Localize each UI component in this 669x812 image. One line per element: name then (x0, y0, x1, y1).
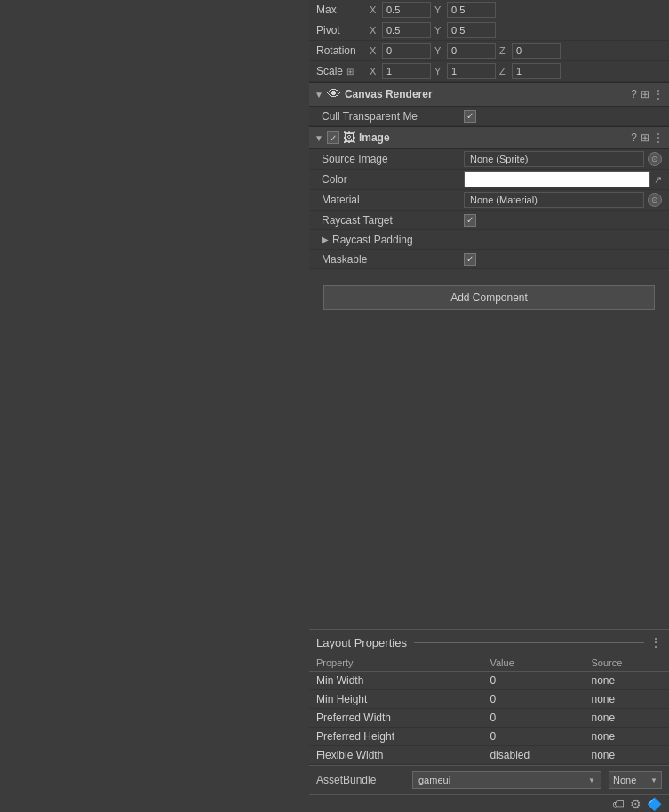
pivot-y-input[interactable] (447, 22, 496, 38)
pivot-x-input[interactable] (382, 22, 431, 38)
image-arrow[interactable]: ▼ (315, 133, 323, 143)
layout-src-4: none (584, 746, 669, 765)
canvas-dots-icon[interactable]: ⋮ (653, 88, 664, 100)
layout-prop-1: Min Height (309, 690, 482, 709)
raycast-padding-expand[interactable]: ▶ (322, 235, 329, 244)
asset-bundle-dropdown-arrow: ▼ (588, 776, 595, 784)
layout-val-4: disabled (482, 746, 584, 765)
scale-z-axis: Z (499, 66, 510, 76)
image-sliders-icon[interactable]: ⊞ (641, 131, 649, 144)
cull-transparent-checkbox[interactable] (464, 110, 476, 123)
cull-transparent-value (464, 110, 662, 123)
layout-menu-icon[interactable]: ⋮ (649, 635, 662, 649)
raycast-target-checkbox[interactable] (464, 214, 476, 227)
layout-src-0: none (584, 672, 669, 690)
canvas-question-icon[interactable]: ? (631, 88, 637, 100)
asset-bundle-value2: None (613, 775, 636, 785)
layout-table-row: Preferred Height 0 none (309, 728, 669, 746)
max-x-input[interactable] (382, 2, 431, 18)
pivot-x-group: X (370, 22, 431, 38)
scale-label: Scale (316, 65, 343, 77)
asset-bundle-label: AssetBundle (316, 774, 405, 786)
rotation-z-axis: Z (499, 45, 510, 56)
rotation-y-group: Y (434, 43, 496, 59)
material-box[interactable]: None (Material) (464, 192, 644, 208)
scale-z-input[interactable] (512, 63, 561, 79)
asset-bundle-dropdown2[interactable]: None ▼ (609, 771, 662, 789)
image-icons: ? ⊞ ⋮ (631, 131, 664, 144)
layout-divider (414, 642, 644, 643)
bottom-gear-icon[interactable]: ⚙ (630, 797, 641, 811)
layout-src-1: none (584, 690, 669, 709)
canvas-renderer-section: ▼ 👁 Canvas Renderer ? ⊞ ⋮ Cull Transpare… (309, 82, 669, 126)
color-row: Color ↗ (309, 170, 669, 190)
pivot-label: Pivot (316, 24, 370, 36)
max-y-group: Y (434, 2, 496, 18)
left-panel (0, 0, 309, 812)
color-picker-arrow[interactable]: ↗ (654, 174, 662, 186)
canvas-renderer-arrow[interactable]: ▼ (315, 90, 323, 100)
scale-x-axis: X (370, 66, 380, 76)
rotation-row: Rotation X Y Z (309, 41, 669, 61)
layout-val-3: 0 (482, 728, 584, 746)
max-y-input[interactable] (447, 2, 496, 18)
image-checkbox[interactable] (327, 131, 339, 145)
image-section: ▼ 🖼 Image ? ⊞ ⋮ Source Image None (Sprit… (309, 126, 669, 269)
bottom-bar: 🏷 ⚙ 🔷 (309, 794, 669, 812)
maskable-checkbox[interactable] (464, 253, 476, 266)
col-value: Value (482, 655, 584, 672)
source-image-box[interactable]: None (Sprite) (464, 151, 644, 167)
layout-table-row: Min Width 0 none (309, 672, 669, 690)
scale-x-input[interactable] (382, 63, 431, 79)
source-image-picker[interactable]: ⊙ (648, 152, 662, 166)
bottom-unity-icon[interactable]: 🔷 (647, 797, 662, 811)
asset-bundle-row: AssetBundle gameui ▼ None ▼ (309, 765, 669, 794)
cull-transparent-label: Cull Transparent Me (322, 110, 464, 123)
col-source: Source (584, 655, 669, 672)
canvas-renderer-title: Canvas Renderer (345, 88, 631, 100)
raycast-target-value (464, 214, 662, 227)
layout-properties-header: Layout Properties ⋮ (309, 630, 669, 655)
color-picker-box[interactable] (464, 171, 650, 187)
scale-z-group: Z (499, 63, 561, 79)
color-label: Color (322, 173, 464, 186)
rotation-x-group: X (370, 43, 431, 59)
layout-val-2: 0 (482, 709, 584, 728)
canvas-sliders-icon[interactable]: ⊞ (641, 88, 649, 100)
scale-link-icon: ⊞ (346, 67, 354, 76)
raycast-padding-row: ▶ Raycast Padding (309, 230, 669, 250)
rotation-y-input[interactable] (447, 43, 496, 59)
scale-y-input[interactable] (447, 63, 496, 79)
transform-section: Max X Y Pivot X Y (309, 0, 669, 82)
image-dots-icon[interactable]: ⋮ (653, 131, 664, 144)
maskable-label: Maskable (322, 253, 464, 266)
rotation-label: Rotation (316, 44, 370, 57)
spacer (309, 326, 669, 629)
rotation-z-input[interactable] (512, 43, 561, 59)
layout-prop-3: Preferred Height (309, 728, 482, 746)
pivot-y-axis: Y (434, 25, 445, 36)
asset-bundle-dropdown2-arrow: ▼ (650, 776, 657, 784)
rotation-x-input[interactable] (382, 43, 431, 59)
raycast-target-row: Raycast Target (309, 211, 669, 230)
bottom-tag-icon[interactable]: 🏷 (612, 797, 625, 811)
rotation-x-axis: X (370, 45, 380, 56)
add-component-button[interactable]: Add Component (323, 285, 655, 310)
cull-transparent-row: Cull Transparent Me (309, 107, 669, 126)
rotation-fields: X Y Z (370, 43, 662, 59)
source-image-value: None (Sprite) ⊙ (464, 151, 662, 167)
layout-table: Property Value Source Min Width 0 none M… (309, 655, 669, 765)
layout-properties-title: Layout Properties (316, 636, 407, 649)
layout-table-header-row: Property Value Source (309, 655, 669, 672)
image-header: ▼ 🖼 Image ? ⊞ ⋮ (309, 126, 669, 149)
image-question-icon[interactable]: ? (631, 131, 637, 144)
canvas-renderer-icons: ? ⊞ ⋮ (631, 88, 664, 100)
source-image-row: Source Image None (Sprite) ⊙ (309, 149, 669, 170)
max-x-group: X (370, 2, 431, 18)
scale-fields: X Y Z (370, 63, 662, 79)
source-image-label: Source Image (322, 153, 464, 165)
max-row: Max X Y (309, 0, 669, 20)
asset-bundle-dropdown[interactable]: gameui ▼ (412, 771, 601, 789)
material-picker[interactable]: ⊙ (648, 193, 662, 207)
asset-bundle-value: gameui (418, 775, 450, 785)
